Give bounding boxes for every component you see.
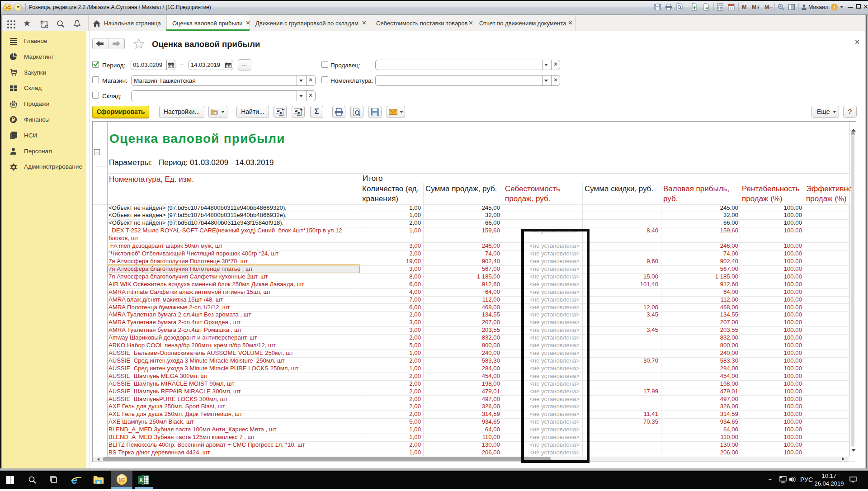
svg-text:₽: ₽ xyxy=(12,117,15,123)
svg-text:X: X xyxy=(139,477,143,483)
svg-text:31: 31 xyxy=(729,6,733,10)
